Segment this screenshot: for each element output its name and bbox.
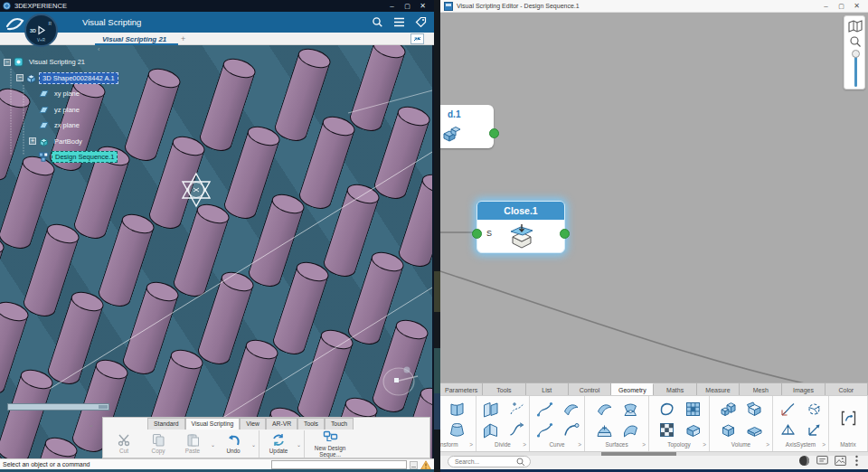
editor-minimize-button[interactable]: –	[818, 1, 834, 11]
panel-collapse-chevron[interactable]: ‹	[98, 46, 99, 52]
palette-tool-dashcurve-icon[interactable]	[507, 400, 526, 419]
palette-tab-measure[interactable]: Measure	[697, 383, 740, 396]
node-partial[interactable]: d.1	[440, 105, 494, 148]
3d-viewport[interactable]: −Visual Scripting 21−3D Shape00028442 A.…	[0, 45, 432, 472]
palette-tool-dome-icon[interactable]	[595, 420, 614, 439]
zoom-slider-knob[interactable]	[852, 50, 860, 58]
node-close[interactable]: Close.1 S	[476, 201, 565, 253]
palette-tool-loft-icon[interactable]	[448, 420, 467, 439]
image-icon[interactable]	[835, 455, 846, 467]
palette-tab-color[interactable]: Color	[826, 383, 868, 396]
node-close-output-port[interactable]	[560, 229, 570, 239]
palette-tool-swoosh-icon[interactable]	[561, 400, 580, 419]
palette-tool-axistri-icon[interactable]	[778, 420, 797, 439]
paste-button[interactable]: Paste	[175, 433, 210, 454]
overview-map-icon[interactable]	[848, 20, 863, 33]
palette-search-input[interactable]	[453, 458, 516, 466]
palette-tool-flip-icon[interactable]	[621, 400, 640, 419]
palette-tool-loop-icon[interactable]	[657, 400, 676, 419]
dropdown-caret-icon[interactable]: ⌄	[211, 441, 215, 448]
palette-tool-curve-icon[interactable]	[535, 420, 554, 439]
palette-tool-axisarrows-icon[interactable]	[805, 420, 824, 439]
progress-thumb[interactable]	[99, 405, 108, 409]
palette-tool-splitplane-icon[interactable]	[481, 400, 500, 419]
palette-group-expander[interactable]: >	[469, 441, 473, 448]
tag-icon[interactable]	[415, 16, 427, 28]
palette-tool-curve-icon[interactable]	[535, 400, 554, 419]
palette-tab-maths[interactable]: Maths	[654, 383, 696, 396]
editor-maximize-button[interactable]: ▢	[834, 1, 849, 11]
action-tab-visual-scripting[interactable]: Visual Scripting	[185, 418, 241, 430]
action-tab-touch[interactable]: Touch	[325, 418, 354, 430]
render-sphere-icon[interactable]	[798, 455, 810, 467]
maximize-button[interactable]: ▢	[400, 1, 415, 11]
palette-tool-swoosh-icon[interactable]	[595, 400, 614, 419]
tree-item[interactable]: yz plane	[4, 102, 118, 118]
close-button[interactable]: ✕	[415, 1, 430, 11]
command-input[interactable]	[271, 460, 407, 469]
action-tab-ar-vr[interactable]: AR-VR	[266, 418, 297, 430]
palette-group-expander[interactable]: >	[642, 441, 646, 448]
palette-tab-control[interactable]: Control	[569, 383, 611, 396]
zoom-icon[interactable]	[849, 35, 862, 48]
palette-tool-slab-icon[interactable]	[745, 420, 764, 439]
view-compass-icon[interactable]	[380, 363, 421, 401]
tree-item[interactable]: −Visual Scripting 21	[4, 54, 118, 71]
palette-tab-mesh[interactable]: Mesh	[740, 383, 782, 396]
action-tab-standard[interactable]: Standard	[147, 418, 185, 430]
tree-item[interactable]: +PartBody	[4, 134, 118, 150]
palette-tool-axiscircle-icon[interactable]	[805, 400, 824, 419]
search-icon[interactable]	[372, 16, 383, 28]
palette-tab-images[interactable]: Images	[782, 383, 825, 396]
palette-tool-openbox-icon[interactable]	[745, 400, 764, 419]
palette-tab-parameters[interactable]: Parameters	[440, 383, 483, 396]
sequence-progress-bar[interactable]	[7, 403, 109, 411]
toolbar-collapse-chevron[interactable]: ⌄	[89, 421, 94, 429]
editor-close-button[interactable]: ✕	[849, 1, 864, 11]
undo-button[interactable]: Undo	[216, 434, 250, 454]
palette-group-expander[interactable]: >	[523, 441, 526, 448]
action-tab-view[interactable]: View	[240, 418, 266, 430]
new-tab-button[interactable]: +	[181, 34, 185, 43]
copy-button[interactable]: Copy	[141, 433, 175, 454]
palette-tool-pageflip-icon[interactable]	[448, 400, 467, 419]
tree-item[interactable]: Design Sequence.1	[4, 149, 118, 165]
cut-button[interactable]: Cut	[107, 433, 141, 454]
palette-tool-axiscurve-icon[interactable]	[778, 400, 797, 419]
dropdown-caret-icon[interactable]: ⌄	[251, 441, 256, 448]
new-button[interactable]: New Design Seque...	[307, 430, 354, 458]
palette-tool-wedgecube-icon[interactable]	[684, 420, 703, 439]
palette-tool-corner-icon[interactable]	[561, 420, 580, 439]
tree-item[interactable]: zx plane	[4, 118, 118, 134]
hscrollbar-thumb[interactable]	[601, 452, 676, 456]
palette-search-icon[interactable]	[516, 458, 525, 467]
expand-expander-icon[interactable]: +	[29, 137, 36, 145]
palette-tab-geometry[interactable]: Geometry	[611, 383, 654, 396]
palette-tool-bracket-icon[interactable]	[839, 409, 858, 428]
console-icon[interactable]	[410, 461, 418, 469]
node-partial-output-port[interactable]	[489, 128, 499, 138]
collapse-expander-icon[interactable]: −	[16, 74, 24, 81]
menu-icon[interactable]	[393, 17, 405, 27]
palette-tool-scurve-icon[interactable]	[507, 420, 526, 439]
action-tab-tools[interactable]: Tools	[297, 418, 325, 430]
dropdown-caret-icon[interactable]: ⌄	[297, 441, 301, 448]
kebab-menu-icon[interactable]	[851, 455, 863, 467]
palette-tool-checker-icon[interactable]	[657, 420, 676, 439]
tree-item[interactable]: −3D Shape00028442 A.1	[4, 71, 118, 87]
expand-window-button[interactable]	[410, 33, 424, 44]
palette-tool-gridadd-icon[interactable]	[684, 400, 703, 419]
palette-tool-patch-icon[interactable]	[621, 420, 640, 439]
palette-group-expander[interactable]: >	[578, 441, 581, 448]
comment-icon[interactable]	[816, 455, 828, 467]
palette-group-expander[interactable]: >	[822, 441, 826, 448]
update-button[interactable]: Update	[261, 433, 296, 454]
palette-group-expander[interactable]: >	[703, 441, 706, 448]
3dcompass-widget[interactable]: 3D R V+R	[24, 14, 58, 47]
node-close-header[interactable]: Close.1	[477, 202, 564, 220]
script-canvas[interactable]: d.1 Close.1 S	[440, 13, 868, 382]
palette-tab-list[interactable]: List	[526, 383, 569, 396]
minimize-button[interactable]: –	[384, 1, 400, 11]
palette-tool-cube-icon[interactable]	[719, 420, 738, 439]
palette-tool-fold-icon[interactable]	[481, 420, 500, 439]
